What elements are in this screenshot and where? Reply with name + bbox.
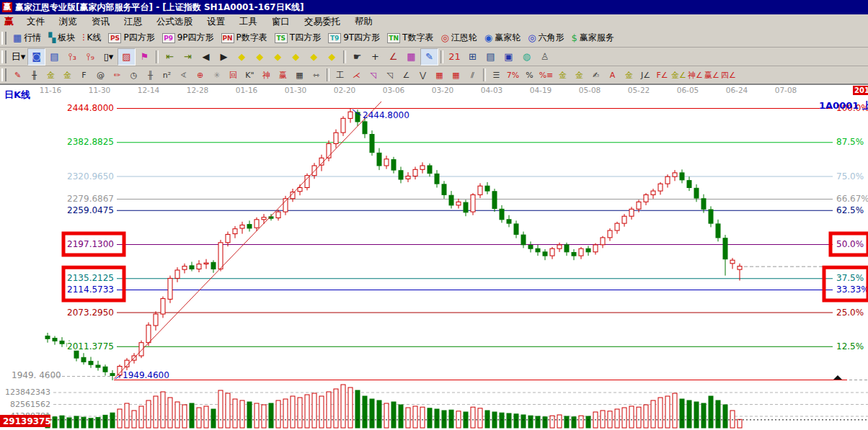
menu-item-2[interactable]: 资讯 [84, 14, 117, 30]
diamond-vertical-button[interactable]: ◆ [305, 48, 323, 66]
sectors-button[interactable]: ▚板块 [45, 30, 79, 46]
spiral-tool[interactable]: @ [92, 67, 109, 83]
scroll-position-marker[interactable] [833, 375, 842, 380]
diamond-expand-button[interactable]: ◆ [269, 48, 287, 66]
kline-chart-canvas[interactable]: 11-1611-3012-1412-2801-1601-3002-2003-06… [0, 84, 868, 430]
menu-item-4[interactable]: 公式选股 [149, 14, 200, 30]
grid-tool-button[interactable]: ▦ [402, 48, 420, 66]
gold-angle-tool[interactable]: 金∠ [670, 67, 687, 83]
winner-service-button[interactable]: $赢家服务 [567, 30, 617, 46]
hatch-lines-tool[interactable]: ╫ [26, 67, 43, 83]
info-panel-button[interactable]: ▤ [45, 48, 63, 66]
si-angle-tool[interactable]: 四∠ [720, 67, 737, 83]
f-angle-tool[interactable]: F∠ [654, 67, 670, 83]
calendar-button[interactable]: 21 [446, 48, 464, 66]
diamond-all-button[interactable]: ◆ [323, 48, 341, 66]
ying-angle-tool[interactable]: 赢∠ [704, 67, 720, 83]
angle-tool-button[interactable]: ∠ [384, 48, 402, 66]
window-layout-button[interactable]: ◙ [27, 48, 45, 66]
a-waves-tool[interactable]: A [604, 67, 621, 83]
percent-tool[interactable]: % [521, 67, 538, 83]
toolbar-grip[interactable] [1, 68, 6, 81]
square-spiral-tool[interactable]: 回 [225, 67, 242, 83]
menu-item-8[interactable]: 交易委托 [297, 14, 347, 30]
flag-chart-button[interactable]: ⚑ [136, 48, 154, 66]
9t-square-button[interactable]: T99T四方形 [324, 30, 384, 46]
prev-button[interactable]: ◀ [197, 48, 215, 66]
p-table-button[interactable]: PNP数字表 [218, 30, 271, 46]
last-page-button[interactable]: ⇥ [179, 48, 197, 66]
circle-cross-tool[interactable]: ⊕ [192, 67, 208, 83]
parallel-lines-tool[interactable]: ⫽ [464, 67, 481, 83]
percent-lines-tool[interactable]: %≡ [538, 67, 554, 83]
diamond-left-button[interactable]: ◆ [233, 48, 251, 66]
pencil-bars-tool[interactable]: ✍ [588, 67, 604, 83]
gold-circle-tool[interactable]: 金 [554, 67, 571, 83]
window-titlebar[interactable]: 赢 赢家江恩专业版[赢家内部服务平台] - [上证指数 SH1A0001-167… [0, 0, 868, 14]
gold-lines-1-tool[interactable]: 金 [43, 67, 59, 83]
quotes-button[interactable]: ▦行情 [9, 30, 45, 46]
network-button[interactable]: ◍ [518, 48, 536, 66]
next-button[interactable]: ▶ [215, 48, 233, 66]
menu-item-7[interactable]: 窗口 [265, 14, 297, 30]
purple-fan-tool[interactable]: ◹ [365, 67, 381, 83]
t-square-button[interactable]: TST四方形 [271, 30, 324, 46]
square-line-tool[interactable]: 工 [332, 67, 348, 83]
k-mark-tool[interactable]: K" [242, 67, 258, 83]
red-grid-arrow-tool[interactable]: ▦ [448, 67, 464, 83]
kline-button[interactable]: ⫶K线 [79, 30, 105, 46]
bars-3-button[interactable]: ⫯₃ [63, 48, 81, 66]
star-circle-tool[interactable]: ✳ [208, 67, 225, 83]
first-page-button[interactable]: ⇤ [161, 48, 179, 66]
red-pencil-tool[interactable]: ✏ [109, 67, 125, 83]
diamond-right-button[interactable]: ◆ [251, 48, 269, 66]
candle-style-dropdown[interactable]: ▯▾ [99, 48, 118, 66]
n-squared-tool[interactable]: n² [159, 67, 175, 83]
calculator-button[interactable]: ⊞ [464, 48, 482, 66]
user-help-button[interactable]: ♙ [536, 48, 554, 66]
9p-square-button[interactable]: P99P四方形 [159, 30, 218, 46]
red-grid-tool[interactable]: ▦ [431, 67, 448, 83]
ying-tool[interactable]: 赢 [275, 67, 291, 83]
clock-cycle-tool[interactable]: ◷ [125, 67, 142, 83]
gold-three-tool[interactable]: 金 [571, 67, 588, 83]
period-day-dropdown[interactable]: 日▾ [9, 48, 27, 66]
menu-item-0[interactable]: 文件 [19, 14, 52, 30]
bars-9-button[interactable]: ⫯₉ [81, 48, 99, 66]
gold-lines-2-tool[interactable]: 金 [59, 67, 76, 83]
grid-123-tool[interactable]: ▦ [291, 67, 308, 83]
hand-tool-button[interactable]: ☛ [348, 48, 366, 66]
j-angle-tool[interactable]: J∠ [637, 67, 654, 83]
menu-item-5[interactable]: 设置 [200, 14, 232, 30]
shen-tool[interactable]: 神 [258, 67, 275, 83]
shen-angle-tool[interactable]: 神∠ [687, 67, 704, 83]
gann-wheel-button[interactable]: ◎江恩轮 [437, 30, 480, 46]
winner-wheel-button[interactable]: ◉赢家轮 [481, 30, 524, 46]
mirror-angle-tool[interactable]: ∢ [175, 67, 192, 83]
p-square-button[interactable]: PSP四方形 [105, 30, 158, 46]
red-fan-tool[interactable]: ⋌ [348, 67, 365, 83]
hexagon-button[interactable]: ◎六角形 [524, 30, 567, 46]
menu-item-3[interactable]: 江恩 [117, 14, 149, 30]
gold-red-lines-tool[interactable]: 金 [621, 67, 637, 83]
dense-hatch-tool[interactable]: ╫ [142, 67, 159, 83]
levels-tool[interactable]: ☰ [488, 67, 505, 83]
toolbar-grip[interactable] [1, 50, 6, 63]
seven-percent-tool[interactable]: 7% [505, 67, 521, 83]
red-frame-button[interactable]: ▨ [118, 48, 136, 66]
pencil-tool[interactable]: ✎ [9, 67, 26, 83]
toolbar-grip[interactable] [1, 32, 6, 45]
angle-lines-tool[interactable]: ∠ [398, 67, 415, 83]
menu-item-6[interactable]: 工具 [232, 14, 265, 30]
notepad-button[interactable]: ▤ [482, 48, 500, 66]
f-lines-tool[interactable]: F [76, 67, 92, 83]
menu-item-1[interactable]: 浏览 [52, 14, 84, 30]
width-arrows-tool[interactable]: ⇿ [308, 67, 324, 83]
save-button[interactable]: ▣ [500, 48, 518, 66]
menu-item-9[interactable]: 帮助 [347, 14, 380, 30]
crosshair-tool-button[interactable]: + [366, 48, 384, 66]
diamond-shrink-button[interactable]: ◆ [287, 48, 305, 66]
v-lines-tool[interactable]: ⋁ [415, 67, 431, 83]
dark-fan-tool[interactable]: ◹ [381, 67, 398, 83]
draw-tool-button[interactable]: ✎ [420, 48, 438, 66]
